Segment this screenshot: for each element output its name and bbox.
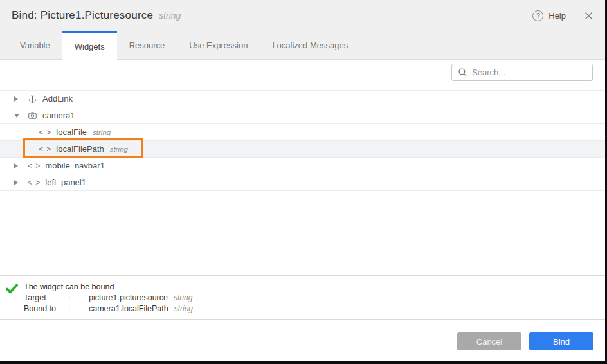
search-input[interactable] [472, 68, 586, 77]
tree-row-left-panel1[interactable]: < > left_panel1 [0, 174, 605, 191]
tree-row-localfilepath[interactable]: < > localFilePath string [0, 141, 605, 158]
tab-resource[interactable]: Resource [117, 31, 177, 59]
status-value-type: string [174, 293, 192, 302]
tree-label: localFilePath [56, 144, 104, 154]
tab-variable[interactable]: Variable [8, 31, 62, 59]
tree-label: AddLink [42, 94, 73, 104]
brackets-icon: < > [39, 145, 51, 154]
expander-expanded-icon[interactable] [14, 114, 22, 118]
tree-label: localFile [56, 127, 87, 137]
close-icon [584, 11, 593, 21]
tree-label: left_panel1 [45, 177, 86, 187]
bind-dialog: Bind: Picture1.Picturesource string ? He… [0, 0, 607, 364]
tree-label: camera1 [42, 111, 75, 120]
status-row-label: Bound to [24, 304, 68, 314]
expander-collapsed-icon[interactable] [14, 180, 22, 185]
cancel-button[interactable]: Cancel [457, 332, 521, 350]
expander-collapsed-icon[interactable] [14, 163, 22, 168]
anchor-icon [28, 94, 37, 104]
tree-row-mobile-navbar1[interactable]: < > mobile_navbar1 [0, 158, 605, 174]
search-box [451, 64, 593, 81]
tab-bar: Variable Widgets Resource Use Expression… [0, 31, 605, 60]
binding-status-panel: The widget can be bound Target : picture… [0, 275, 605, 320]
search-icon [458, 68, 467, 77]
tree-type-label: string [93, 129, 111, 136]
status-value-type: string [174, 304, 193, 313]
expander-collapsed-icon[interactable] [14, 96, 22, 102]
tree-label: mobile_navbar1 [45, 161, 105, 170]
status-row-label: Target [24, 293, 68, 304]
bind-button[interactable]: Bind [529, 332, 593, 350]
status-message: The widget can be bound [24, 282, 193, 293]
brackets-icon: < > [28, 178, 41, 187]
success-check-icon [6, 284, 18, 319]
dialog-title: Bind: Picture1.Picturesource [12, 9, 153, 22]
tree-row-camera1[interactable]: camera1 [0, 107, 605, 124]
tab-localized-messages[interactable]: Localized Messages [260, 31, 360, 59]
widget-tree: AddLink camera1 < > localFile string < >… [0, 90, 605, 191]
close-button[interactable] [584, 11, 593, 21]
status-row-colon: : [68, 304, 89, 314]
brackets-icon: < > [28, 161, 41, 170]
dialog-header: Bind: Picture1.Picturesource string ? He… [0, 0, 605, 31]
status-row-value: picture1.picturesourcestring [89, 293, 193, 304]
tree-row-localfile[interactable]: < > localFile string [0, 124, 605, 141]
brackets-icon: < > [39, 128, 51, 137]
status-row-colon: : [68, 293, 89, 304]
status-row-value: camera1.localFilePathstring [89, 304, 193, 314]
tab-use-expression[interactable]: Use Expression [177, 31, 260, 59]
tree-type-label: string [110, 145, 128, 153]
camera-icon [28, 111, 37, 120]
tree-row-addlink[interactable]: AddLink [0, 91, 605, 107]
dialog-title-type: string [159, 10, 181, 21]
help-icon: ? [532, 10, 543, 21]
tab-widgets[interactable]: Widgets [62, 31, 117, 60]
help-button[interactable]: ? Help [532, 10, 566, 21]
help-label: Help [548, 11, 566, 21]
